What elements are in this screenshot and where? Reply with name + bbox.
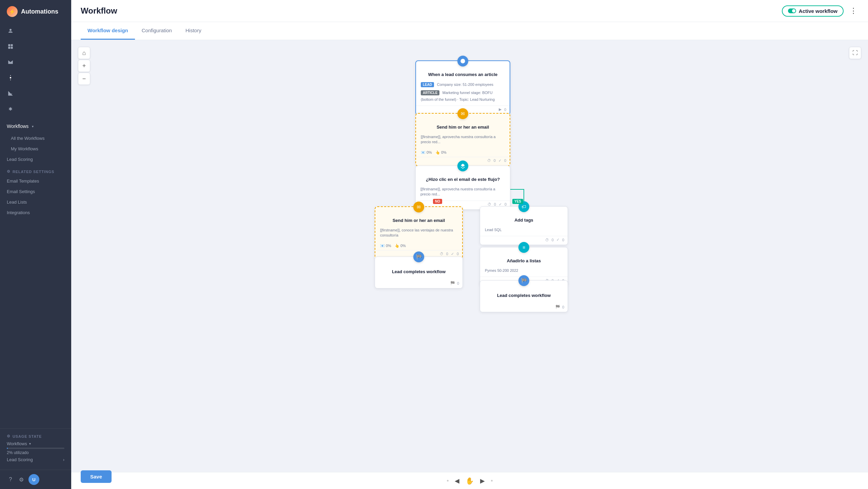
complete-node-1[interactable]: 🏁 Lead completes workflow 🏁 0 — [375, 257, 463, 288]
sidebar-item-integrations[interactable]: ✱ — [0, 101, 71, 117]
avatar[interactable]: U — [28, 474, 39, 485]
condition-header: ¿Hizo clic en el email de este flujo? — [416, 173, 510, 186]
workflows-usage[interactable]: Workflows ▾ — [7, 441, 64, 446]
email-1-open-rate: 📧 0% — [421, 150, 432, 155]
complete-1-box: Lead completes workflow — [375, 264, 462, 280]
clock-icon: ⏱ — [487, 158, 491, 163]
active-workflow-toggle[interactable]: Active workflow — [782, 5, 844, 17]
sidebar: ⚡ Automations — [0, 0, 71, 489]
add-list-header: Añadirlo a listas — [480, 254, 568, 267]
integrations-link[interactable]: Integrations — [0, 207, 71, 218]
email-settings-link[interactable]: Email Settings — [0, 186, 71, 197]
complete-1-icon: 🏁 — [413, 251, 424, 262]
condition-icon — [457, 161, 468, 171]
email-no-header: Send him or her an email — [375, 214, 462, 227]
add-tags-subtitle: Lead SQL — [485, 227, 563, 232]
lead-scoring-nav[interactable]: Lead Scoring — [0, 154, 71, 165]
lead-scoring-usage-link[interactable]: Lead Scoring › — [7, 455, 64, 464]
click-icon: 👆 — [435, 150, 440, 155]
condition-node[interactable]: ¿Hizo clic en el email de este flujo? [[… — [415, 166, 510, 210]
header-right: Active workflow ⋮ — [782, 5, 859, 17]
add-list-subtitle: Pymes 50-200 2022 — [485, 268, 563, 273]
tab-history[interactable]: History — [179, 22, 208, 40]
lead-badge: LEAD — [421, 82, 434, 87]
email-no-desc: [[firstname]], conoce las ventajas de nu… — [380, 228, 457, 238]
workflows-menu[interactable]: Workflows ▾ — [0, 119, 71, 133]
fullscreen-button[interactable]: ⛶ — [849, 47, 861, 59]
email-no-body: [[firstname]], conoce las ventajas de nu… — [375, 228, 462, 242]
active-workflow-label: Active workflow — [799, 8, 837, 14]
email-1-body: [[firstname]], aprovecha nuestra consult… — [416, 134, 510, 148]
header: Workflow Active workflow ⋮ — [71, 0, 868, 22]
email-no-stats: 📧 0% 👆 0% — [375, 242, 462, 250]
scroll-dot-2 — [491, 480, 493, 482]
home-icon: ⌂ — [82, 50, 86, 57]
sidebar-item-analytics[interactable] — [0, 86, 71, 101]
help-icon[interactable]: ? — [7, 476, 14, 483]
sidebar-item-automations[interactable] — [0, 70, 71, 86]
trigger-counter-icon: ▶ — [499, 107, 501, 112]
zoom-out-button[interactable]: − — [78, 73, 90, 85]
workflows-dropdown-arrow: ▾ — [32, 125, 34, 128]
condition-body: [[firstname]], aprovecha nuestra consult… — [416, 187, 510, 201]
arrow-right-button[interactable]: ▶ — [477, 476, 488, 486]
home-button[interactable]: ⌂ — [78, 47, 90, 59]
tabs: Workflow design Configuration History — [71, 22, 868, 40]
scroll-dot-1 — [447, 480, 449, 482]
email-1-desc: [[firstname]], aprovecha nuestra consult… — [421, 134, 505, 145]
integrations-icon: ✱ — [7, 105, 14, 113]
usage-state-section: ⚙ USAGE STATE Workflows ▾ 2% utilizado L… — [0, 428, 71, 470]
chevron-right-icon: › — [63, 457, 64, 462]
toggle-on-icon — [788, 8, 796, 13]
workflows-label: Workflows — [7, 124, 28, 129]
tab-configuration[interactable]: Configuration — [135, 22, 179, 40]
gear-icon: ⚙ — [7, 169, 11, 174]
email-no-open: 📧 0% — [380, 244, 391, 248]
tab-workflow-design[interactable]: Workflow design — [81, 22, 135, 40]
zoom-out-icon: − — [82, 75, 86, 82]
sidebar-item-email[interactable] — [0, 54, 71, 70]
complete-node-2[interactable]: 🏁 Lead completes workflow 🏁 0 — [480, 280, 568, 312]
add-list-title: Añadirlo a listas — [485, 258, 563, 263]
email-1-icon: ✉ — [457, 108, 468, 119]
email-templates-link[interactable]: Email Templates — [0, 176, 71, 186]
settings-icon[interactable]: ⚙ — [18, 476, 25, 483]
complete-2-box: Lead completes workflow — [480, 287, 568, 303]
yes-branch-label: YES — [512, 199, 523, 204]
zoom-in-icon: + — [82, 62, 86, 70]
complete-1-title: Lead completes workflow — [380, 269, 458, 274]
sidebar-footer: ? ⚙ U — [0, 470, 71, 489]
my-workflows-link[interactable]: My Workflows — [0, 144, 71, 154]
complete-2-icon: 🏁 — [518, 275, 529, 286]
email-1-click-rate: 👆 0% — [435, 150, 447, 155]
automations-icon — [7, 74, 14, 81]
dashboard-icon — [7, 43, 14, 50]
usage-progress-bar — [7, 448, 64, 449]
main-content: Workflow Active workflow ⋮ Workflow desi… — [71, 0, 868, 489]
save-button[interactable]: Save — [81, 470, 112, 483]
complete-1-footer: 🏁 0 — [375, 280, 462, 288]
workflow-inner: ▶ When a lead consumes an article LEAD C… — [232, 40, 707, 345]
sidebar-item-contacts[interactable] — [0, 23, 71, 39]
all-workflows-link[interactable]: All the Workflows — [0, 133, 71, 144]
email-no-title: Send him or her an email — [380, 218, 457, 223]
zoom-in-button[interactable]: + — [78, 60, 90, 72]
flag-icon: 🏁 — [450, 281, 455, 285]
trigger-node[interactable]: ▶ When a lead consumes an article LEAD C… — [415, 60, 510, 115]
usage-icon: ⚙ — [7, 434, 11, 438]
more-options-button[interactable]: ⋮ — [848, 5, 859, 17]
email-node-1[interactable]: ✉ Send him or her an email [[firstname]]… — [415, 113, 510, 166]
clock-icon-4: ⏱ — [545, 238, 549, 242]
add-tags-node[interactable]: 🏷 Add tags Lead SQL ⏱ 0 ✓ 0 — [480, 206, 568, 245]
svg-point-0 — [9, 29, 12, 31]
arrow-left-button[interactable]: ◀ — [452, 476, 462, 486]
add-tags-body: Lead SQL — [480, 227, 568, 236]
click-icon-2: 👆 — [395, 244, 399, 248]
check-icon-3: ✓ — [451, 252, 454, 256]
lead-lists-link[interactable]: Lead Lists — [0, 197, 71, 207]
sidebar-item-dashboard[interactable] — [0, 39, 71, 54]
svg-point-5 — [10, 77, 12, 79]
email-no-icon: ✉ — [413, 202, 424, 212]
svg-rect-1 — [8, 44, 10, 46]
workflow-canvas[interactable]: ▶ When a lead consumes an article LEAD C… — [71, 40, 868, 472]
